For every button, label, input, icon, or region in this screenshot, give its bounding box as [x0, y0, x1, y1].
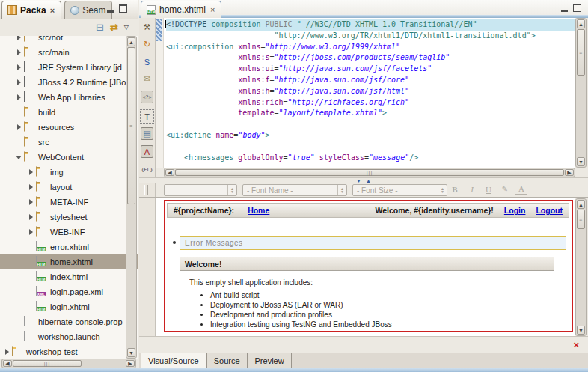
font-size-select[interactable]: - Font Size - ▲▼ [352, 184, 447, 196]
scroll-thumb[interactable]: ≡ [127, 47, 135, 204]
view-menu-icon[interactable]: ▽ [124, 23, 129, 32]
logout-link[interactable]: Logout [536, 206, 563, 215]
minimize-icon[interactable] [561, 4, 568, 12]
preferences-icon[interactable]: ⚒ [141, 21, 153, 34]
expand-arrow-icon[interactable] [13, 124, 24, 130]
tree-item-meta-inf[interactable]: META-INF [0, 195, 138, 210]
tree-item-layout[interactable]: layout [0, 180, 138, 195]
tree-item-index-html[interactable]: index.html [0, 269, 138, 284]
scroll-thumb[interactable]: ||| [175, 169, 564, 176]
sash-collapse-up-icon[interactable]: ▲ [366, 178, 371, 183]
close-icon[interactable]: × [49, 6, 55, 15]
show-selection-bar-icon[interactable]: ▤ [141, 127, 153, 140]
sidebar-tab-packa[interactable]: Packa× [1, 1, 61, 19]
maximize-icon[interactable] [573, 4, 581, 12]
scroll-left-icon[interactable]: ◀ [3, 360, 12, 367]
tree-item-home-xhtml[interactable]: home.xhtml [0, 254, 138, 269]
italic-button[interactable]: I [466, 185, 478, 195]
sidebar-tab-seam[interactable]: Seam [64, 1, 111, 19]
expand-arrow-icon[interactable] [25, 199, 36, 205]
scroll-up-icon[interactable]: ▲ [577, 19, 585, 28]
error-indicator-icon[interactable]: × [573, 339, 579, 350]
scroll-up-icon[interactable]: ▲ [577, 200, 585, 209]
spinner-icon[interactable]: ▲▼ [337, 185, 346, 195]
expand-arrow-icon[interactable] [25, 169, 36, 175]
block-format-select[interactable]: ▲▼ [164, 184, 237, 196]
maximize-icon[interactable] [119, 4, 127, 13]
expand-arrow-icon[interactable] [13, 94, 24, 100]
refresh-icon[interactable]: ↻ [141, 38, 153, 51]
editor-horizontal-scrollbar[interactable]: ◀ ||| ▶ [164, 168, 575, 177]
scroll-thumb[interactable]: ≡ [577, 29, 585, 76]
scroll-right-icon[interactable]: ▶ [126, 360, 135, 367]
minimize-icon[interactable] [107, 4, 114, 13]
sash-collapse-down-icon[interactable]: ▼ [356, 178, 361, 183]
visual-page-canvas[interactable]: #{projectName}: Home Welcome, #{identity… [156, 198, 575, 336]
tab-preview[interactable]: Preview [248, 353, 292, 368]
expand-arrow-icon[interactable] [13, 156, 24, 159]
scroll-down-icon[interactable]: ▼ [577, 157, 585, 166]
tree-item-src-main[interactable]: src/main [0, 45, 138, 60]
tree-item-resources[interactable]: resources [0, 120, 138, 135]
split-sash[interactable]: ▼ ▲ [139, 177, 588, 183]
scroll-up-icon[interactable]: ▲ [127, 37, 135, 46]
tab-source[interactable]: Source [206, 353, 248, 368]
expand-arrow-icon[interactable] [13, 64, 24, 70]
error-messages-placeholder[interactable]: Error Messages [180, 236, 566, 250]
tree-item-jboss-4-2-runtime-jbo[interactable]: JBoss 4.2 Runtime [JBo [0, 75, 138, 90]
tree-horizontal-scrollbar[interactable]: ◀ ||| ▶ [1, 359, 136, 368]
tree-item-hibernate-console-prop[interactable]: hibernate-console.prop [0, 314, 138, 329]
font-name-select[interactable]: - Font Name - ▲▼ [242, 184, 347, 196]
source-editor[interactable]: <!DOCTYPE composition PUBLIC "-//W3C//DT… [164, 18, 575, 168]
tree-item-login-page-xml[interactable]: login.page.xml [0, 284, 138, 299]
close-icon[interactable]: × [209, 5, 215, 14]
scroll-right-icon[interactable]: ▶ [565, 169, 574, 176]
tree-item-img[interactable]: img [0, 165, 138, 180]
tree-item-jre-system-library-jd[interactable]: JRE System Library [jd [0, 60, 138, 75]
tree-item-workshop-test[interactable]: workshop-test [0, 344, 138, 359]
spinner-icon[interactable]: ▲▼ [438, 185, 447, 195]
login-link[interactable]: Login [504, 206, 526, 215]
show-non-visual-tags-icon[interactable]: <?> [141, 91, 153, 103]
tree-item-error-xhtml[interactable]: error.xhtml [0, 240, 138, 254]
link-with-editor-icon[interactable]: ⇄ [110, 23, 118, 32]
font-color-icon[interactable]: A [515, 185, 527, 195]
seam-search-icon[interactable]: S [141, 55, 153, 68]
show-bundles-as-el-icon[interactable]: A [141, 145, 153, 158]
tree-item-build[interactable]: build [0, 105, 138, 120]
expand-arrow-icon[interactable] [13, 79, 24, 85]
expand-arrow-icon[interactable] [1, 349, 12, 355]
tab-visual-source[interactable]: Visual/Source [141, 353, 206, 368]
tree-item-src-hot[interactable]: src/hot [0, 36, 138, 45]
spinner-icon[interactable]: ▲▼ [227, 185, 236, 195]
toolbar-grip[interactable] [144, 185, 148, 195]
scroll-left-icon[interactable]: ◀ [165, 169, 174, 176]
highlight-color-icon[interactable]: ✎ [499, 185, 511, 195]
collapse-all-icon[interactable]: ⊟ [96, 23, 104, 32]
bold-button[interactable]: B [449, 185, 461, 195]
page-design-options-icon[interactable]: ✉ [141, 73, 153, 85]
scroll-down-icon[interactable]: ▼ [127, 348, 135, 357]
underline-button[interactable]: U [483, 185, 494, 195]
expand-arrow-icon[interactable] [25, 229, 36, 235]
tree-item-webcontent[interactable]: WebContent [0, 150, 138, 165]
editor-vertical-scrollbar[interactable]: ▲ ≡ ▼ [575, 18, 587, 168]
scroll-thumb[interactable]: ≡ [577, 210, 585, 229]
expand-arrow-icon[interactable] [25, 184, 36, 190]
home-link[interactable]: Home [248, 206, 269, 215]
tree-item-workshop-launch[interactable]: workshop.launch [0, 329, 138, 344]
tree-item-web-app-libraries[interactable]: Web App Libraries [0, 90, 138, 105]
expand-arrow-icon[interactable] [13, 36, 24, 40]
scroll-down-icon[interactable]: ▼ [577, 326, 585, 335]
scroll-thumb[interactable]: ||| [13, 360, 82, 367]
expand-arrow-icon[interactable] [25, 214, 36, 220]
tree-item-web-inf[interactable]: WEB-INF [0, 225, 138, 240]
expand-arrow-icon[interactable] [13, 49, 24, 55]
tree-item-stylesheet[interactable]: stylesheet [0, 210, 138, 225]
tree-item-src[interactable]: src [0, 135, 138, 150]
tree-vertical-scrollbar[interactable]: ▲ ≡ ▼ [126, 36, 137, 359]
tree-item-login-xhtml[interactable]: login.xhtml [0, 299, 138, 314]
show-el-icon[interactable]: {EL} [141, 163, 153, 176]
editor-tab-home-xhtml[interactable]: home.xhtml × [141, 1, 221, 18]
show-text-formatting-icon[interactable]: T [141, 110, 153, 123]
